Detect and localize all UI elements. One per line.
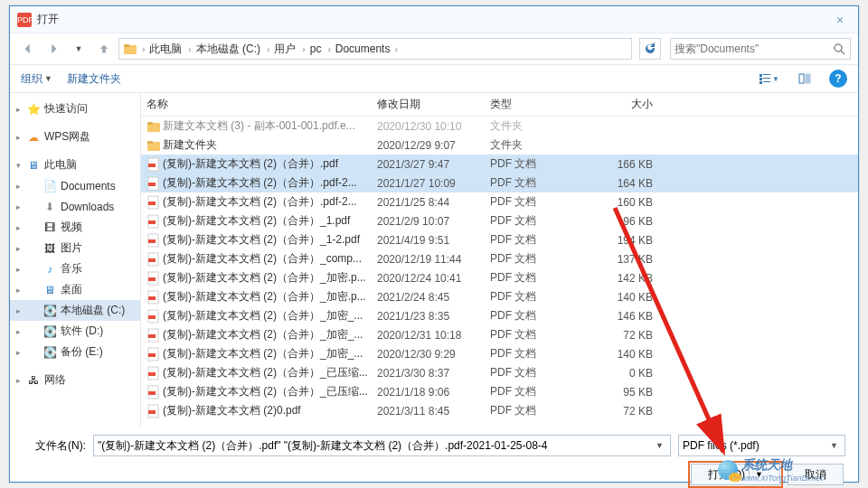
folder-icon xyxy=(146,138,163,153)
pdf-icon xyxy=(146,309,163,324)
drive-icon: 💽 xyxy=(42,324,57,339)
close-icon[interactable]: × xyxy=(829,13,851,27)
crumb-part[interactable]: Documents xyxy=(334,42,392,55)
file-type: PDF 文档 xyxy=(490,384,590,399)
view-mode-button[interactable]: ▼ xyxy=(757,69,780,89)
svg-rect-41 xyxy=(148,391,156,395)
up-button[interactable] xyxy=(93,38,115,60)
sidebar-item-drive-d[interactable]: ▸💽软件 (D:) xyxy=(10,321,140,342)
sidebar-item-downloads[interactable]: ▸⬇Downloads xyxy=(10,196,140,217)
back-button[interactable] xyxy=(17,38,39,60)
chevron-down-icon[interactable]: ▼ xyxy=(827,441,841,450)
col-date[interactable]: 修改日期 xyxy=(377,97,490,112)
network-icon: 🖧 xyxy=(26,373,41,388)
pdf-icon xyxy=(146,347,163,361)
file-name: (复制)-新建文本文档 (2)（合并）_comp... xyxy=(163,251,377,267)
svg-rect-15 xyxy=(147,141,153,144)
refresh-button[interactable] xyxy=(639,38,661,60)
sidebar-item-videos[interactable]: ▸🎞视频 xyxy=(10,217,140,238)
col-type[interactable]: 类型 xyxy=(490,97,590,112)
svg-rect-27 xyxy=(148,258,156,262)
file-row[interactable]: (复制)-新建文本文档 (2)（合并）.pdf2021/3/27 9:47PDF… xyxy=(141,155,858,174)
file-type: PDF 文档 xyxy=(490,365,590,380)
file-row[interactable]: (复制)-新建文本文档 (2)（合并）.pdf-2...2021/1/27 10… xyxy=(141,174,858,192)
sidebar-item-wps[interactable]: ▸☁WPS网盘 xyxy=(10,127,140,147)
pdf-icon xyxy=(146,385,163,399)
svg-rect-11 xyxy=(806,74,810,83)
filename-combo[interactable]: ▼ xyxy=(93,435,671,456)
svg-rect-9 xyxy=(763,81,770,82)
file-date: 2021/2/24 8:45 xyxy=(377,291,490,304)
sidebar-item-pc[interactable]: ▾🖥此电脑 xyxy=(10,155,140,175)
pdf-icon xyxy=(146,195,163,210)
file-date: 2021/3/30 8:37 xyxy=(377,367,490,380)
file-name: (复制)-新建文本文档 (2)（合并）_已压缩... xyxy=(163,365,377,380)
star-icon: ⭐ xyxy=(26,102,41,117)
svg-point-2 xyxy=(835,44,842,52)
new-folder-button[interactable]: 新建文件夹 xyxy=(67,71,121,87)
file-name: (复制)-新建文本文档 (2)（合并）.pdf-2... xyxy=(163,175,377,191)
search-input[interactable] xyxy=(675,42,832,55)
title-bar: PDF 打开 × xyxy=(10,6,858,33)
sidebar-item-desktop[interactable]: ▸🖥桌面 xyxy=(10,279,140,300)
sidebar-item-pictures[interactable]: ▸🖼图片 xyxy=(10,238,140,258)
svg-rect-4 xyxy=(760,74,762,77)
file-date: 2021/1/23 8:35 xyxy=(377,310,490,323)
file-type: PDF 文档 xyxy=(490,289,590,305)
pdf-icon xyxy=(146,366,163,380)
file-type: PDF 文档 xyxy=(490,194,590,210)
pdf-icon xyxy=(146,214,163,229)
file-type: PDF 文档 xyxy=(490,213,590,229)
file-date: 2020/12/24 10:41 xyxy=(377,272,490,285)
sidebar-item-drive-e[interactable]: ▸💽备份 (E:) xyxy=(10,342,140,362)
file-size: 164 KB xyxy=(590,177,662,190)
sidebar-item-music[interactable]: ▸♪音乐 xyxy=(10,258,140,279)
crumb-part[interactable]: 用户 xyxy=(272,42,297,57)
file-date: 2021/2/9 10:07 xyxy=(377,215,490,228)
sidebar-item-network[interactable]: ▸🖧网络 xyxy=(10,370,140,390)
svg-rect-17 xyxy=(148,164,156,167)
preview-pane-button[interactable] xyxy=(793,69,816,89)
organize-menu[interactable]: 组织 ▼ xyxy=(21,71,52,87)
file-row[interactable]: 新建文件夹2020/12/29 9:07文件夹 xyxy=(141,136,858,155)
watermark: 系统天地 www.XiTongTianDi.net xyxy=(718,457,823,483)
file-type: PDF 文档 xyxy=(490,308,590,324)
sidebar-item-quick[interactable]: ▸⭐快速访问 xyxy=(10,99,140,119)
file-name: (复制)-新建文本文档 (2)（合并）_已压缩... xyxy=(163,384,377,399)
recent-dropdown[interactable]: ▼ xyxy=(68,38,90,60)
crumb-part[interactable]: pc xyxy=(308,42,324,55)
filename-input[interactable] xyxy=(98,439,653,452)
pdf-icon xyxy=(146,233,163,248)
col-name[interactable]: 名称 xyxy=(146,97,377,112)
file-date: 2020/12/29 9:07 xyxy=(377,139,490,152)
file-name: 新建文件夹 xyxy=(163,137,377,153)
svg-rect-33 xyxy=(148,315,156,319)
documents-icon: 📄 xyxy=(42,179,57,193)
file-type: PDF 文档 xyxy=(490,403,590,418)
svg-rect-5 xyxy=(760,78,762,80)
svg-rect-23 xyxy=(148,221,156,224)
sidebar-item-documents[interactable]: ▸📄Documents xyxy=(10,175,140,196)
file-date: 2020/12/31 10:18 xyxy=(377,329,490,342)
svg-rect-37 xyxy=(148,353,156,357)
file-type: PDF 文档 xyxy=(490,327,590,343)
file-name: (复制)-新建文本文档 (2)0.pdf xyxy=(163,403,377,418)
crumb-part[interactable]: 本地磁盘 (C:) xyxy=(194,42,262,57)
search-box[interactable] xyxy=(670,38,851,60)
col-size[interactable]: 大小 xyxy=(590,97,662,112)
file-type: PDF 文档 xyxy=(490,232,590,248)
file-name: 新建文本文档 (3) - 副本-001-001.pdf.e... xyxy=(163,118,377,134)
file-type: PDF 文档 xyxy=(490,270,590,286)
breadcrumb[interactable]: ›此电脑 ›本地磁盘 (C:) ›用户 ›pc ›Documents› xyxy=(118,38,632,60)
column-headers[interactable]: 名称 修改日期 类型 大小 xyxy=(141,93,858,117)
help-button[interactable]: ? xyxy=(829,70,847,88)
crumb-root[interactable]: 此电脑 xyxy=(147,42,184,57)
file-row[interactable]: 新建文本文档 (3) - 副本-001-001.pdf.e...2020/12/… xyxy=(141,117,858,136)
forward-button[interactable] xyxy=(42,38,64,60)
file-type: 文件夹 xyxy=(490,137,590,153)
music-icon: ♪ xyxy=(42,262,57,277)
sidebar-item-drive-c[interactable]: ▸💽本地磁盘 (C:) xyxy=(10,300,140,321)
svg-rect-6 xyxy=(763,74,770,75)
search-icon xyxy=(832,42,846,56)
file-date: 2021/1/18 9:06 xyxy=(377,386,490,399)
